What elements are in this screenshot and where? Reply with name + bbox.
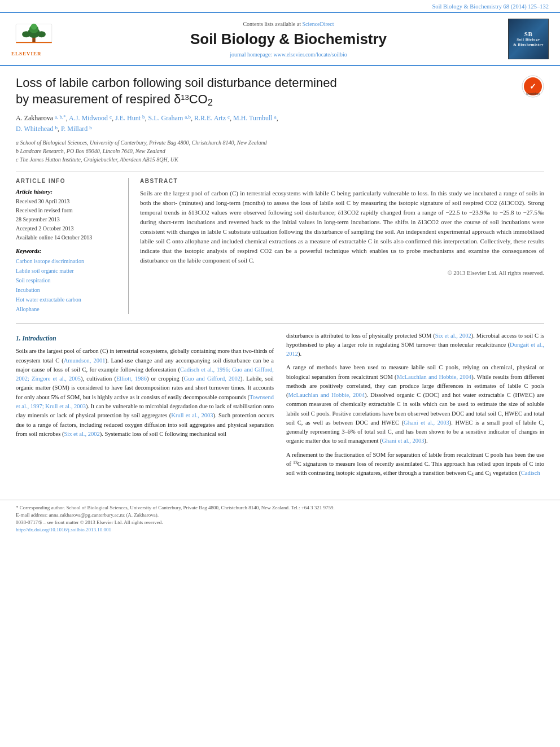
affiliation-c: c The James Hutton Institute, Craigiebuc… bbox=[16, 155, 544, 164]
ref-ghani-2: Ghani et al., 2003 bbox=[382, 438, 425, 444]
article-info-abstract-section: ARTICLE INFO Article history: Received 3… bbox=[16, 172, 544, 314]
history-revised-date: 28 September 2013 bbox=[16, 215, 120, 224]
journal-citation: Soil Biology & Biochemistry 68 (2014) 12… bbox=[432, 3, 549, 10]
author-graham: S.L. Graham bbox=[148, 114, 185, 122]
keyword-3: Soil respiration bbox=[16, 276, 120, 285]
article-info-label: ARTICLE INFO bbox=[16, 178, 120, 184]
ref-krull: Krull et al., 2003 bbox=[171, 412, 213, 418]
author-millard: P. Millard bbox=[61, 125, 89, 133]
body-left-col: 1. Introduction Soils are the largest po… bbox=[16, 331, 274, 483]
elsevier-logo: ELSEVIER bbox=[11, 21, 79, 56]
abstract-column: ABSTRACT Soils are the largest pool of c… bbox=[140, 178, 544, 314]
ref-cadisch-2: Cadisch bbox=[521, 470, 540, 476]
intro-para-3: A range of methods have been used to mea… bbox=[286, 363, 544, 445]
keywords-label: Keywords: bbox=[16, 248, 120, 254]
elsevier-wordmark: ELSEVIER bbox=[11, 51, 42, 56]
keyword-following: following bbox=[165, 431, 188, 437]
journal-name: Soil Biology & Biochemistry bbox=[79, 30, 498, 48]
journal-logo-section: SB Soil Biology& Biochemistry bbox=[498, 19, 549, 59]
footer-corresponding: * Corresponding author. School of Biolog… bbox=[16, 505, 544, 510]
journal-title-section: Contents lists available at ScienceDirec… bbox=[79, 21, 498, 58]
footer-issn: 0038-0717/$ – see front matter © 2013 El… bbox=[16, 519, 544, 525]
page-footer: * Corresponding author. School of Biolog… bbox=[0, 500, 560, 538]
ref-mclauchlan-2004: McLauchlan and Hobbie, 2004 bbox=[397, 374, 472, 380]
author-midwood: A.J. Midwood bbox=[69, 114, 110, 122]
keyword-4: Incubation bbox=[16, 285, 120, 295]
ref-dungait: Dungait et al., 2012 bbox=[286, 342, 544, 357]
elsevier-logo-section: ELSEVIER bbox=[11, 21, 79, 56]
introduction-heading: 1. Introduction bbox=[16, 334, 274, 344]
journal-logo-icon: SB Soil Biology& Biochemistry bbox=[508, 19, 549, 59]
author-whitehead: D. Whitehead bbox=[16, 125, 55, 133]
homepage-url[interactable]: www.elsevier.com/locate/soilbio bbox=[273, 51, 347, 58]
keyword-6: Allophane bbox=[16, 304, 120, 314]
intro-para-2: disturbance is attributed to loss of phy… bbox=[286, 331, 544, 359]
ref-guo: Guo and Gifford, 2002 bbox=[183, 375, 240, 382]
keyword-5: Hot water extractable carbon bbox=[16, 295, 120, 304]
keyword-2: Labile soil organic matter bbox=[16, 266, 120, 276]
article-title-section: Loss of labile carbon following soil dis… bbox=[16, 75, 544, 107]
abstract-text: Soils are the largest pool of carbon (C)… bbox=[140, 189, 544, 265]
svg-text:CrossMark: CrossMark bbox=[526, 92, 540, 95]
author-hunt: J.E. Hunt bbox=[115, 114, 142, 122]
sciencedirect-line: Contents lists available at ScienceDirec… bbox=[79, 21, 498, 27]
history-accepted: Accepted 2 October 2013 bbox=[16, 224, 120, 233]
elsevier-tree-icon bbox=[11, 21, 56, 50]
affiliations: a School of Biological Sciences, Univers… bbox=[16, 138, 544, 164]
abstract-label: ABSTRACT bbox=[140, 178, 544, 184]
history-revised-label: Received in revised form bbox=[16, 206, 120, 215]
body-content: 1. Introduction Soils are the largest po… bbox=[16, 331, 544, 483]
journal-homepage-line: journal homepage: www.elsevier.com/locat… bbox=[79, 51, 498, 58]
authors-line: A. Zakharova a, b,*, A.J. Midwood c, J.E… bbox=[16, 113, 544, 134]
footer-doi[interactable]: http://dx.doi.org/10.1016/j.soilbio.2013… bbox=[16, 527, 544, 532]
crossmark-icon: ✓ CrossMark bbox=[522, 75, 544, 98]
ref-elliott: Elliott, 1986 bbox=[116, 375, 147, 382]
affiliation-b: b Landcare Research, PO Box 69040, Linco… bbox=[16, 147, 544, 155]
author-zakharova: A. Zakharova bbox=[16, 114, 55, 122]
svg-text:✓: ✓ bbox=[530, 82, 536, 91]
author-artz: R.R.E. Artz bbox=[194, 114, 228, 122]
article-title: Loss of labile carbon following soil dis… bbox=[16, 75, 516, 107]
intro-para-4: A refinement to the fractionation of SOM… bbox=[286, 451, 544, 478]
journal-header: ELSEVIER Contents lists available at Sci… bbox=[0, 13, 560, 66]
body-right-col: disturbance is attributed to loss of phy… bbox=[286, 331, 544, 483]
svg-point-7 bbox=[37, 31, 46, 37]
main-content: Loss of labile carbon following soil dis… bbox=[0, 66, 560, 492]
sciencedirect-link[interactable]: ScienceDirect bbox=[302, 21, 334, 27]
article-info-column: ARTICLE INFO Article history: Received 3… bbox=[16, 178, 129, 314]
intro-para-1: Soils are the largest pool of carbon (C)… bbox=[16, 347, 274, 439]
ref-townsend: Townsend et al., 1997; Krull et al., 200… bbox=[16, 394, 274, 409]
article-history: Received 30 April 2013 Received in revis… bbox=[16, 197, 120, 242]
author-turnbull: M.H. Turnbull bbox=[233, 114, 274, 122]
keyword-list: Carbon isotope discrimination Labile soi… bbox=[16, 256, 120, 314]
ref-mclauchlan-2004b: McLauchlan and Hobbie, 2004 bbox=[288, 392, 365, 398]
svg-point-5 bbox=[31, 24, 37, 30]
keywords-section: Keywords: Carbon isotope discrimination … bbox=[16, 248, 120, 314]
abstract-copyright: © 2013 Elsevier Ltd. All rights reserved… bbox=[140, 270, 544, 276]
section-divider bbox=[16, 323, 544, 324]
ref-six-2002: Six et al., 2002 bbox=[64, 431, 99, 437]
word-than: than bbox=[438, 342, 448, 348]
ref-amundson: Amundson, 2001 bbox=[64, 357, 106, 364]
svg-point-6 bbox=[22, 31, 30, 37]
affiliation-a: a School of Biological Sciences, Univers… bbox=[16, 138, 544, 147]
article-history-label: Article history: bbox=[16, 189, 120, 195]
journal-citation-bar: Soil Biology & Biochemistry 68 (2014) 12… bbox=[0, 0, 560, 13]
history-received: Received 30 April 2013 bbox=[16, 197, 120, 206]
history-available: Available online 14 October 2013 bbox=[16, 233, 120, 242]
footer-email: E-mail address: anna.zakharova@pg.canter… bbox=[16, 512, 544, 518]
ref-ghani: Ghani et al., 2003 bbox=[404, 420, 449, 426]
keyword-1: Carbon isotope discrimination bbox=[16, 256, 120, 266]
svg-rect-8 bbox=[16, 42, 52, 43]
ref-six-2002b: Six et al., 2002 bbox=[435, 333, 471, 339]
